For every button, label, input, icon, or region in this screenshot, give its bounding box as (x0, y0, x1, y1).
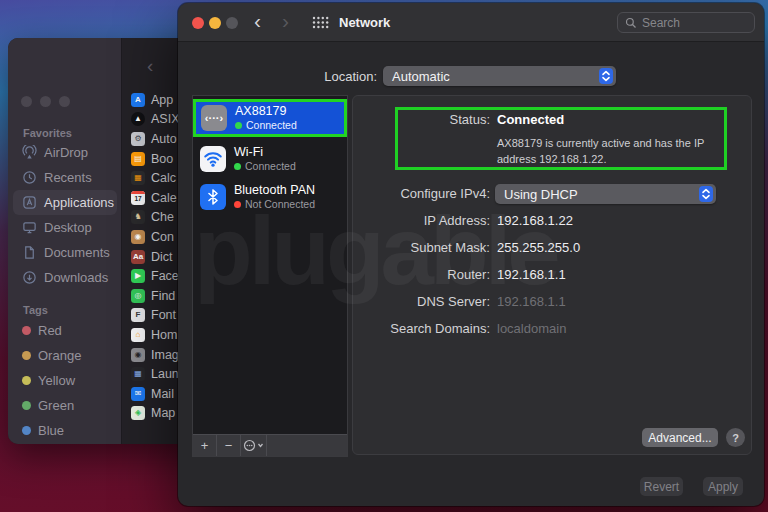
dropdown-stepper-icon (699, 186, 713, 202)
ellipsis-circle-icon (243, 439, 265, 452)
file-icon-glyph: ✉ (135, 390, 142, 398)
back-chevron-icon[interactable]: ‹ (254, 10, 261, 31)
window-title: Network (339, 15, 390, 30)
search-icon (625, 17, 637, 29)
tag-purple[interactable]: Purple (13, 443, 117, 444)
service-status: Connected (246, 119, 297, 132)
service-row-bluetooth-pan[interactable]: Bluetooth PAN Not Connected (193, 179, 347, 215)
service-name: Wi-Fi (234, 145, 296, 161)
dns-server-value: 192.168.1.1 (497, 294, 566, 309)
minimize-icon[interactable] (40, 96, 51, 107)
file-icon-glyph: ◈ (135, 409, 141, 417)
router-row: Router: 192.168.1.1 (340, 267, 740, 285)
sidebar-label: Desktop (44, 220, 92, 235)
clock-icon (22, 170, 37, 185)
service-list-toolbar: + − (193, 434, 347, 456)
tag-orange[interactable]: Orange (13, 343, 117, 368)
file-icon-glyph: ▦ (134, 370, 142, 378)
sidebar-label: Applications (44, 195, 114, 210)
file-label: Find (151, 289, 175, 303)
file-label: Auto (151, 132, 177, 146)
remove-service-button[interactable]: − (217, 435, 241, 456)
service-name: AX88179 (235, 104, 297, 120)
router-label: Router: (340, 267, 490, 282)
tag-dot (22, 351, 31, 360)
close-icon[interactable] (192, 17, 204, 29)
imagecapture-icon: ◉ (131, 348, 145, 362)
add-service-button[interactable]: + (193, 435, 217, 456)
asix-icon: ▲ (131, 112, 145, 126)
ip-address-row: IP Address: 192.168.1.22 (340, 213, 740, 231)
advanced-button[interactable]: Advanced... (642, 428, 718, 447)
action-menu-button[interactable] (241, 435, 267, 456)
file-icon-glyph: ◉ (135, 233, 142, 241)
file-label: App (151, 93, 173, 107)
status-dot-not-connected (234, 201, 241, 208)
findmy-icon: ◎ (131, 289, 145, 303)
titlebar: ‹ › Network Search (178, 3, 764, 42)
home-icon: ⌂ (131, 328, 145, 342)
ethernet-adapter-icon: ‹···› (201, 105, 227, 131)
file-label: Dict (151, 250, 173, 264)
service-status: Connected (245, 160, 296, 173)
status-description: AX88179 is currently active and has the … (497, 136, 739, 168)
file-label: Calc (151, 171, 176, 185)
tag-red[interactable]: Red (13, 318, 117, 343)
show-all-grid-icon[interactable] (312, 16, 329, 29)
file-label: Boo (151, 152, 173, 166)
dns-server-label: DNS Server: (340, 294, 490, 309)
tag-label: Orange (38, 348, 81, 363)
search-input[interactable]: Search (617, 12, 755, 33)
file-icon-glyph: Aa (133, 253, 143, 261)
file-icon-glyph: ▤ (134, 155, 142, 163)
service-row-wifi[interactable]: Wi-Fi Connected (193, 141, 347, 177)
subnet-mask-label: Subnet Mask: (340, 240, 490, 255)
sidebar-item-applications[interactable]: Applications (13, 190, 117, 215)
help-button[interactable]: ? (726, 428, 745, 447)
tag-green[interactable]: Green (13, 393, 117, 418)
sidebar-item-recents[interactable]: Recents (13, 165, 117, 190)
sidebar-item-desktop[interactable]: Desktop (13, 215, 117, 240)
document-icon (22, 245, 37, 260)
dns-server-row: DNS Server: 192.168.1.1 (340, 294, 740, 312)
wifi-icon (200, 146, 226, 172)
finder-sidebar: Favorites AirDrop Recents Applications D… (8, 38, 122, 444)
finder-traffic-lights (21, 96, 70, 107)
minimize-icon[interactable] (209, 17, 221, 29)
chess-icon: ♞ (131, 210, 145, 224)
tag-dot (22, 326, 31, 335)
location-dropdown[interactable]: Automatic (383, 66, 616, 86)
revert-button[interactable]: Revert (640, 477, 683, 496)
zoom-icon (226, 17, 238, 29)
zoom-icon[interactable] (59, 96, 70, 107)
service-row-ax88179[interactable]: ‹···› AX88179 Connected (193, 99, 347, 137)
file-label: Face (151, 269, 179, 283)
airdrop-icon (22, 145, 37, 160)
tag-yellow[interactable]: Yellow (13, 368, 117, 393)
favorites-header: Favorites (23, 127, 72, 139)
router-value: 192.168.1.1 (497, 267, 566, 282)
status-dot-connected (234, 163, 241, 170)
sidebar-item-downloads[interactable]: Downloads (13, 265, 117, 290)
configure-ipv4-dropdown[interactable]: Using DHCP (495, 184, 716, 204)
service-name: Bluetooth PAN (234, 183, 315, 199)
file-label: Font (151, 308, 176, 322)
tags-header: Tags (23, 304, 48, 316)
search-placeholder: Search (642, 16, 680, 30)
configure-ipv4-label: Configure IPv4: (340, 186, 490, 201)
file-label: Imag (151, 348, 179, 362)
tag-blue[interactable]: Blue (13, 418, 117, 443)
sidebar-item-documents[interactable]: Documents (13, 240, 117, 265)
sidebar-label: Recents (44, 170, 92, 185)
back-chevron-icon[interactable]: ‹ (147, 56, 153, 75)
books-icon: ▤ (131, 152, 145, 166)
apply-button[interactable]: Apply (703, 477, 743, 496)
close-icon[interactable] (21, 96, 32, 107)
file-label: Cale (151, 191, 177, 205)
sidebar-item-airdrop[interactable]: AirDrop (13, 140, 117, 165)
file-label: Map (151, 406, 175, 420)
bluetooth-icon (200, 184, 226, 210)
tag-label: Blue (38, 423, 64, 438)
applications-icon (22, 195, 37, 210)
subnet-mask-row: Subnet Mask: 255.255.255.0 (340, 240, 740, 258)
